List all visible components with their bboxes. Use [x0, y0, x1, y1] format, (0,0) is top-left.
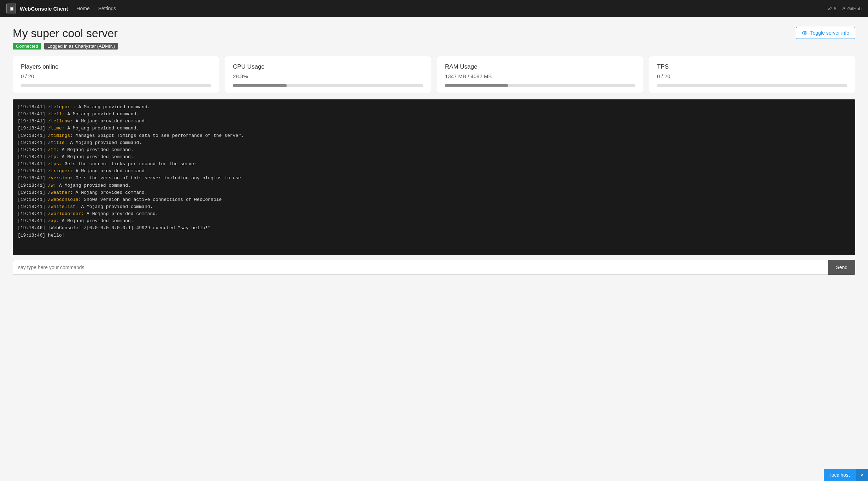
- stat-ram-fill: [445, 84, 508, 87]
- navbar-left: ▣ WebConsole Client Home Settings: [6, 4, 116, 13]
- bottom-bar-close-button[interactable]: ×: [856, 469, 868, 481]
- toggle-server-info-button[interactable]: Toggle server info: [796, 27, 855, 39]
- stat-players-label: Players online: [21, 63, 211, 70]
- bottom-bar: localhost ×: [824, 469, 868, 481]
- stat-cpu-bar: [233, 84, 423, 87]
- stat-tps-value: 0 / 20: [657, 73, 847, 79]
- eye-icon: [802, 30, 808, 36]
- stat-ram-label: RAM Usage: [445, 63, 635, 70]
- stat-card-players: Players online 0 / 20: [13, 56, 219, 93]
- badge-connected: Connected: [13, 43, 41, 50]
- stat-card-cpu: CPU Usage 28.3%: [225, 56, 431, 93]
- stat-ram-bar: [445, 84, 635, 87]
- nav-settings[interactable]: Settings: [98, 6, 116, 11]
- navbar-right: v2.5 - ↗ GitHub: [828, 6, 862, 11]
- bottom-bar-label: localhost: [824, 469, 856, 481]
- stat-card-ram: RAM Usage 1347 MB / 4082 MB: [437, 56, 643, 93]
- stat-card-tps: TPS 0 / 20: [649, 56, 855, 93]
- badge-admin: Logged in as Charlystar (ADMIN): [44, 43, 118, 50]
- stat-players-bar: [21, 84, 211, 87]
- command-input[interactable]: [13, 260, 828, 275]
- console-output[interactable]: [19:18:41] /teleport: A Mojang provided …: [13, 99, 855, 255]
- send-button[interactable]: Send: [828, 260, 855, 275]
- stat-cpu-fill: [233, 84, 287, 87]
- console-container: [19:18:41] /teleport: A Mojang provided …: [13, 99, 855, 255]
- stat-tps-bar: [657, 84, 847, 87]
- app-version: v2.5: [828, 6, 837, 11]
- navbar: ▣ WebConsole Client Home Settings v2.5 -…: [0, 0, 868, 17]
- badges: Connected Logged in as Charlystar (ADMIN…: [13, 43, 118, 50]
- svg-point-1: [804, 32, 805, 34]
- navbar-brand: ▣ WebConsole Client: [6, 4, 68, 13]
- stat-tps-label: TPS: [657, 63, 847, 70]
- stat-cpu-value: 28.3%: [233, 73, 423, 79]
- stat-cpu-label: CPU Usage: [233, 63, 423, 70]
- stat-ram-value: 1347 MB / 4082 MB: [445, 73, 635, 79]
- stat-players-value: 0 / 20: [21, 73, 211, 79]
- stats-row: Players online 0 / 20 CPU Usage 28.3% RA…: [13, 56, 855, 93]
- page-header: My super cool server Connected Logged in…: [13, 27, 855, 50]
- input-row: Send: [13, 260, 855, 275]
- svg-point-0: [803, 31, 807, 34]
- github-link[interactable]: GitHub: [848, 6, 862, 11]
- main-content: My super cool server Connected Logged in…: [0, 17, 868, 481]
- nav-home[interactable]: Home: [76, 6, 89, 11]
- app-title: WebConsole Client: [20, 6, 68, 12]
- page-title: My super cool server: [13, 27, 118, 40]
- brand-icon: ▣: [6, 4, 16, 13]
- page-title-area: My super cool server Connected Logged in…: [13, 27, 118, 50]
